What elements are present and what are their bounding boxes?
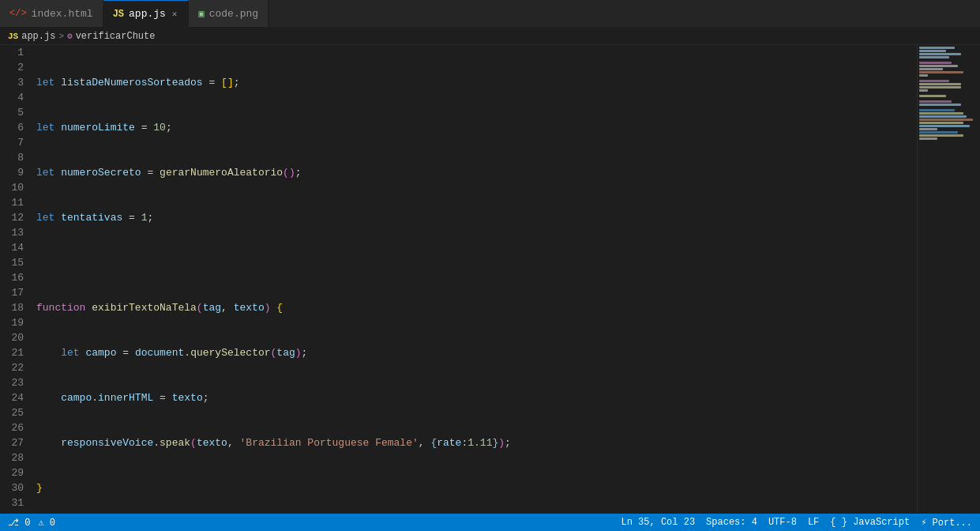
tab-code-png[interactable]: ▣ code.png: [189, 0, 268, 27]
tab-label-index-html: index.html: [32, 8, 93, 20]
code-content[interactable]: let listaDeNumerosSorteados = []; let nu…: [33, 45, 917, 514]
editor-area[interactable]: 12345 678910 1112131415 1617181920 21222…: [0, 45, 917, 514]
code-line-5: [33, 255, 901, 270]
editor-main: 12345 678910 1112131415 1617181920 21222…: [0, 45, 980, 514]
js-icon-active: JS: [113, 9, 124, 20]
breadcrumb-func-icon: ⚙: [67, 31, 73, 41]
tab-label-app-js: app.js: [129, 8, 166, 20]
code-line-1: let listaDeNumerosSorteados = [];: [33, 75, 901, 90]
code-line-6: function exibirTextoNaTela(tag, texto) {: [33, 300, 901, 315]
tab-close-button[interactable]: ✕: [171, 7, 179, 21]
status-language[interactable]: { } JavaScript: [830, 517, 910, 528]
tab-bar: </> index.html JS app.js ✕ ▣ code.png: [0, 0, 980, 28]
status-right: Ln 35, Col 23 Spaces: 4 UTF-8 LF { } Jav…: [621, 517, 972, 529]
html-icon: </>: [9, 8, 27, 19]
tab-app-js[interactable]: JS app.js ✕: [103, 0, 190, 27]
breadcrumb-separator: >: [58, 32, 64, 41]
status-warnings[interactable]: ⚠ 0: [38, 517, 55, 529]
tab-label-code-png: code.png: [209, 8, 258, 20]
code-line-4: let tentativas = 1;: [33, 210, 901, 225]
minimap[interactable]: [917, 45, 980, 514]
code-line-10: }: [33, 480, 901, 495]
breadcrumb: JS app.js > ⚙ verificarChute: [0, 28, 980, 45]
line-numbers: 12345 678910 1112131415 1617181920 21222…: [0, 45, 33, 514]
code-line-2: let numeroLimite = 10;: [33, 120, 901, 135]
png-icon: ▣: [198, 8, 204, 20]
status-eol[interactable]: LF: [808, 517, 819, 528]
code-line-7: let campo = document.querySelector(tag);: [33, 345, 901, 360]
status-port[interactable]: ⚡ Port...: [921, 517, 972, 529]
status-encoding[interactable]: UTF-8: [768, 517, 797, 528]
code-line-9: responsiveVoice.speak(texto, 'Brazilian …: [33, 435, 901, 450]
status-left: ⎇ 0 ⚠ 0: [8, 517, 55, 529]
breadcrumb-func[interactable]: verificarChute: [76, 31, 156, 42]
breadcrumb-file[interactable]: app.js: [21, 31, 55, 42]
code-line-3: let numeroSecreto = gerarNumeroAleatorio…: [33, 165, 901, 180]
status-position[interactable]: Ln 35, Col 23: [621, 517, 695, 528]
status-spaces[interactable]: Spaces: 4: [706, 517, 757, 528]
code-line-8: campo.innerHTML = texto;: [33, 390, 901, 405]
tab-index-html[interactable]: </> index.html: [0, 0, 103, 27]
status-bar: ⎇ 0 ⚠ 0 Ln 35, Col 23 Spaces: 4 UTF-8 LF…: [0, 514, 980, 531]
breadcrumb-js-icon: JS: [8, 32, 18, 41]
status-branch[interactable]: ⎇ 0: [8, 517, 30, 529]
